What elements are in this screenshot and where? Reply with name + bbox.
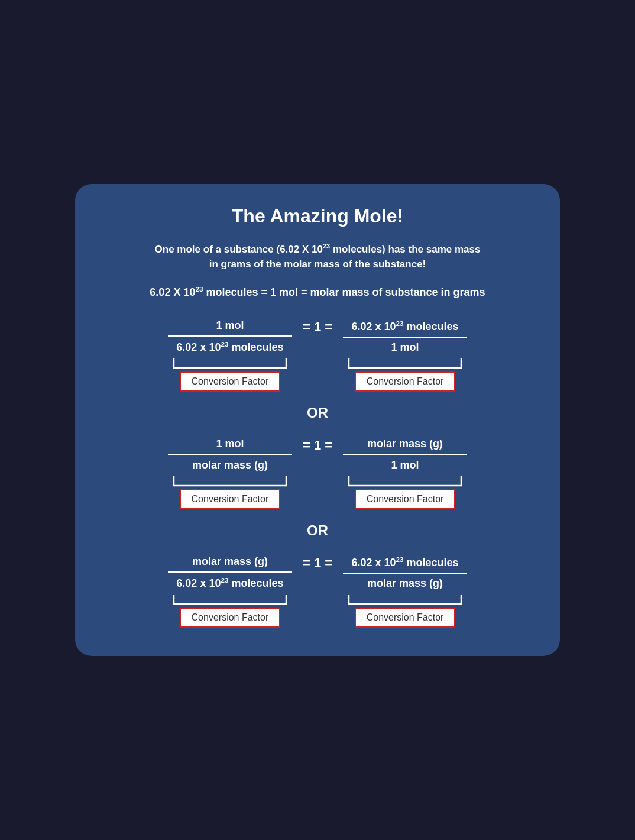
fraction-display: molar mass (g) 6.02 x 1023 molecules — [168, 555, 292, 590]
denominator: molar mass (g) — [192, 455, 268, 471]
or-divider-1: OR — [105, 405, 530, 421]
numerator: 1 mol — [216, 438, 244, 454]
numerator: 6.02 x 1023 molecules — [352, 555, 459, 573]
left-fraction-1: 1 mol 6.02 x 1023 molecules Conversion F… — [168, 319, 292, 392]
fraction-display: 6.02 x 1023 molecules 1 mol — [343, 319, 467, 354]
fraction-display: 1 mol 6.02 x 1023 molecules — [168, 319, 292, 354]
conversion-factor-box: Conversion Factor — [180, 608, 281, 628]
section-1: 1 mol 6.02 x 1023 molecules Conversion F… — [105, 319, 530, 392]
numerator: 1 mol — [216, 319, 244, 335]
conversion-factor-box: Conversion Factor — [355, 489, 456, 509]
equals-2: = 1 = — [303, 438, 332, 453]
left-fraction-3: molar mass (g) 6.02 x 1023 molecules Con… — [168, 555, 292, 628]
page-title: The Amazing Mole! — [105, 205, 530, 227]
equals-3: = 1 = — [303, 555, 332, 571]
numerator: 6.02 x 1023 molecules — [352, 319, 459, 337]
or-divider-2: OR — [105, 522, 530, 539]
conversion-factor-box: Conversion Factor — [180, 371, 281, 392]
section-3: molar mass (g) 6.02 x 1023 molecules Con… — [105, 555, 530, 628]
right-fraction-3: 6.02 x 1023 molecules molar mass (g) Con… — [343, 555, 467, 628]
left-fraction-2: 1 mol molar mass (g) Conversion Factor — [168, 438, 292, 509]
right-fraction-1: 6.02 x 1023 molecules 1 mol Conversion F… — [343, 319, 467, 392]
numerator: molar mass (g) — [367, 438, 443, 454]
equation-line: 6.02 X 1023 molecules = 1 mol = molar ma… — [105, 284, 530, 301]
bracket-label-2: Conversion Factor — [343, 357, 467, 392]
subtitle-text: One mole of a substance (6.02 X 1023 mol… — [105, 241, 530, 272]
denominator: 1 mol — [391, 455, 419, 471]
fraction-pair-2: 1 mol molar mass (g) Conversion Factor =… — [105, 438, 530, 509]
main-card: The Amazing Mole! One mole of a substanc… — [75, 184, 560, 656]
bracket-label-5: Conversion Factor — [168, 593, 292, 628]
bracket-label-4: Conversion Factor — [343, 475, 467, 509]
denominator: 6.02 x 1023 molecules — [176, 573, 283, 590]
fraction-display: molar mass (g) 1 mol — [343, 438, 467, 471]
right-fraction-2: molar mass (g) 1 mol Conversion Factor — [343, 438, 467, 509]
bracket-label-6: Conversion Factor — [343, 593, 467, 628]
fraction-display: 1 mol molar mass (g) — [168, 438, 292, 471]
denominator: 1 mol — [391, 338, 419, 354]
denominator: 6.02 x 1023 molecules — [176, 337, 283, 354]
fraction-display: 6.02 x 1023 molecules molar mass (g) — [343, 555, 467, 590]
numerator: molar mass (g) — [192, 555, 268, 571]
bracket-label-3: Conversion Factor — [168, 475, 292, 509]
equals-1: = 1 = — [303, 319, 332, 335]
fraction-pair-1: 1 mol 6.02 x 1023 molecules Conversion F… — [105, 319, 530, 392]
bracket-label-1: Conversion Factor — [168, 357, 292, 392]
denominator: molar mass (g) — [367, 574, 443, 590]
fraction-pair-3: molar mass (g) 6.02 x 1023 molecules Con… — [105, 555, 530, 628]
conversion-factor-box: Conversion Factor — [355, 371, 456, 392]
conversion-factor-box: Conversion Factor — [355, 608, 456, 628]
conversion-factor-box: Conversion Factor — [180, 489, 281, 509]
section-2: 1 mol molar mass (g) Conversion Factor =… — [105, 438, 530, 509]
